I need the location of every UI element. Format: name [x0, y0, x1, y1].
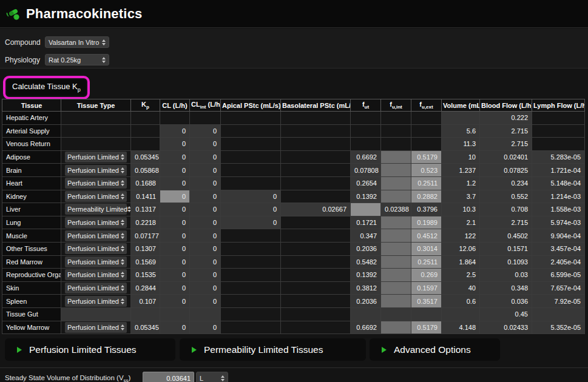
fut-cell[interactable]: 0.1392: [351, 190, 381, 203]
calculate-tissue-kp-button[interactable]: Calculate Tissue Kp: [7, 79, 86, 96]
lymph-flow-cell[interactable]: 5.352e-05: [532, 321, 585, 334]
clint-cell[interactable]: 0: [190, 216, 221, 229]
apical-pstc-cell[interactable]: 0: [221, 203, 281, 216]
clint-cell[interactable]: 0: [190, 242, 221, 255]
fuint-cell[interactable]: [381, 164, 411, 177]
fuext-cell[interactable]: 0.1597: [411, 281, 442, 295]
clint-cell[interactable]: 0: [190, 190, 221, 203]
lymph-flow-cell[interactable]: 1.558e-03: [532, 203, 585, 216]
volume-cell[interactable]: 1.864: [442, 255, 480, 269]
tissue-type-select[interactable]: Perfusion Limited: [65, 191, 127, 202]
fut-cell[interactable]: 0.347: [351, 229, 381, 243]
kp-cell[interactable]: 0.05345: [131, 150, 160, 164]
fuint-cell[interactable]: 0.02388: [381, 203, 411, 216]
tissue-type-select[interactable]: Perfusion Limited: [65, 217, 127, 228]
tissue-type-select[interactable]: Perfusion Limited: [65, 243, 127, 254]
fuint-cell[interactable]: [381, 307, 411, 321]
fuext-cell[interactable]: 0.269: [411, 269, 442, 282]
volume-cell[interactable]: 1.2: [442, 176, 480, 190]
volume-cell[interactable]: 3.7: [442, 190, 480, 203]
blood-flow-cell[interactable]: 0.222: [480, 112, 532, 125]
blood-flow-cell[interactable]: 0.708: [480, 203, 532, 216]
cl-cell[interactable]: 0: [160, 124, 190, 138]
lymph-flow-cell[interactable]: 3.457e-04: [532, 242, 585, 255]
fut-cell[interactable]: 0.3812: [351, 281, 381, 295]
blood-flow-cell[interactable]: 0.02433: [480, 321, 532, 334]
volume-cell[interactable]: 11.3: [442, 138, 480, 151]
fuext-cell[interactable]: 0.5179: [411, 321, 442, 334]
fut-cell[interactable]: 0.2654: [351, 176, 381, 190]
fuext-cell[interactable]: 0.523: [411, 164, 442, 177]
fuint-cell[interactable]: [381, 269, 411, 282]
fut-cell[interactable]: 0.6692: [351, 150, 381, 164]
kp-cell[interactable]: 0.107: [131, 295, 160, 308]
tissue-type-select[interactable]: Perfusion Limited: [65, 230, 127, 241]
cl-cell[interactable]: 0: [160, 176, 190, 190]
fuext-cell[interactable]: 0.2511: [411, 255, 442, 269]
fuint-cell[interactable]: [381, 321, 411, 334]
kp-cell[interactable]: 0.1317: [131, 203, 160, 216]
blood-flow-cell[interactable]: 0.552: [480, 190, 532, 203]
fuext-cell[interactable]: 0.3796: [411, 203, 442, 216]
clint-cell[interactable]: 0: [190, 203, 221, 216]
vss-value-input[interactable]: [143, 372, 194, 382]
clint-cell[interactable]: 0: [190, 124, 221, 138]
cl-cell[interactable]: 0: [160, 190, 190, 203]
fut-cell[interactable]: [351, 203, 381, 216]
volume-cell[interactable]: 4.148: [442, 321, 480, 334]
lymph-flow-cell[interactable]: 1.721e-04: [532, 164, 585, 177]
cl-cell[interactable]: 0: [160, 138, 190, 151]
clint-cell[interactable]: 0: [190, 150, 221, 164]
basolateral-pstc-cell[interactable]: 0.02667: [281, 203, 351, 216]
kp-cell[interactable]: 0.2218: [131, 216, 160, 229]
kp-cell[interactable]: 0.05868: [131, 164, 160, 177]
volume-cell[interactable]: 2.5: [442, 269, 480, 282]
fut-cell[interactable]: [351, 307, 381, 321]
fuext-cell[interactable]: 0.2511: [411, 176, 442, 190]
blood-flow-cell[interactable]: 0.07825: [480, 164, 532, 177]
kp-cell[interactable]: 0.1535: [131, 269, 160, 282]
clint-cell[interactable]: 0: [190, 269, 221, 282]
clint-cell[interactable]: [190, 307, 221, 321]
blood-flow-cell[interactable]: 0.02401: [480, 150, 532, 164]
cl-cell[interactable]: 0: [160, 242, 190, 255]
blood-flow-cell[interactable]: 2.715: [480, 138, 532, 151]
blood-flow-cell[interactable]: 0.234: [480, 176, 532, 190]
kp-cell[interactable]: 0.1411: [131, 190, 160, 203]
clint-cell[interactable]: 0: [190, 281, 221, 295]
blood-flow-cell[interactable]: 0.036: [480, 295, 532, 308]
fut-cell[interactable]: 0.1721: [351, 216, 381, 229]
fuint-cell[interactable]: [381, 216, 411, 229]
perfusion-limited-tissues-button[interactable]: Perfusion Limited Tissues: [5, 338, 175, 361]
lymph-flow-cell[interactable]: 5.148e-04: [532, 176, 585, 190]
tissue-type-select[interactable]: Perfusion Limited: [65, 322, 127, 333]
fuint-cell[interactable]: [381, 295, 411, 308]
fuint-cell[interactable]: [381, 176, 411, 190]
tissue-type-select[interactable]: Perfusion Limited: [65, 283, 127, 293]
lymph-flow-cell[interactable]: 2.405e-04: [532, 255, 585, 269]
blood-flow-cell[interactable]: 2.715: [480, 216, 532, 229]
kp-cell[interactable]: 0.05345: [131, 321, 160, 334]
tissue-type-select[interactable]: Perfusion Limited: [65, 269, 127, 280]
cl-cell[interactable]: 0: [160, 255, 190, 269]
cl-cell[interactable]: 0: [160, 229, 190, 243]
apical-pstc-cell[interactable]: 0: [221, 190, 281, 203]
clint-cell[interactable]: 0: [190, 164, 221, 177]
cl-cell[interactable]: 0: [160, 321, 190, 334]
blood-flow-cell[interactable]: 0.348: [480, 281, 532, 295]
advanced-options-button[interactable]: Advanced Options: [370, 338, 500, 361]
lymph-flow-cell[interactable]: [532, 307, 585, 321]
cl-cell[interactable]: 0: [160, 203, 190, 216]
volume-cell[interactable]: 10.3: [442, 203, 480, 216]
lymph-flow-cell[interactable]: 9.904e-04: [532, 229, 585, 243]
clint-cell[interactable]: 0: [190, 321, 221, 334]
tissue-type-select[interactable]: Perfusion Limited: [65, 256, 127, 267]
lymph-flow-cell[interactable]: 6.599e-05: [532, 269, 585, 282]
volume-cell[interactable]: 0.6: [442, 295, 480, 308]
volume-cell[interactable]: 12.06: [442, 242, 480, 255]
fuext-cell[interactable]: 0.3014: [411, 242, 442, 255]
cl-cell[interactable]: 0: [160, 269, 190, 282]
fuint-cell[interactable]: [381, 242, 411, 255]
blood-flow-cell[interactable]: 0.1093: [480, 255, 532, 269]
cl-cell[interactable]: 0: [160, 216, 190, 229]
